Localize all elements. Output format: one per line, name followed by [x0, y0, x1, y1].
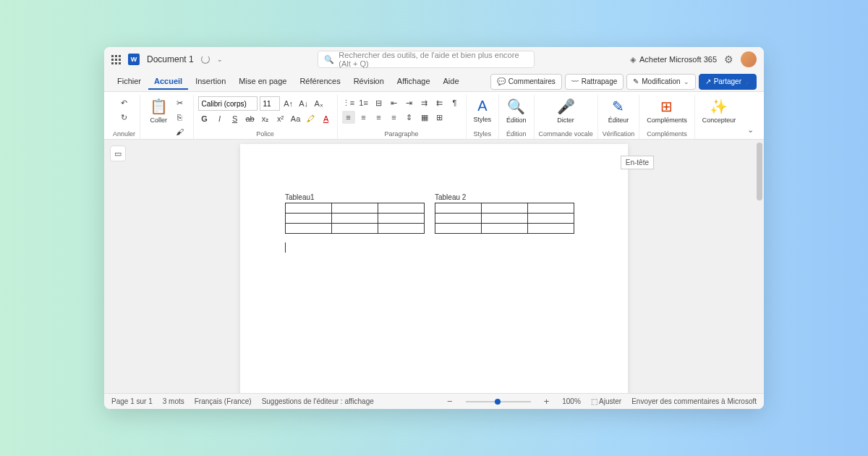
zoom-out-icon[interactable]: − — [444, 396, 456, 407]
superscript-icon[interactable]: x² — [274, 112, 287, 125]
italic-icon[interactable]: I — [213, 112, 226, 125]
save-status-icon[interactable] — [201, 55, 210, 64]
print-layout-toggle[interactable]: ▭ — [110, 145, 126, 161]
align-right-icon[interactable]: ≡ — [373, 111, 386, 124]
numbering-icon[interactable]: 1≡ — [357, 96, 370, 109]
table2[interactable] — [435, 203, 574, 234]
catchup-button[interactable]: 〰Rattrapage — [565, 74, 624, 90]
dictate-group: 🎤Dicter Commande vocale — [535, 95, 598, 139]
diamond-icon: ◈ — [630, 55, 636, 64]
outdent-icon[interactable]: ⇤ — [388, 96, 401, 109]
grow-font-icon[interactable]: A↑ — [282, 97, 295, 110]
format-painter-icon[interactable]: 🖌 — [174, 125, 187, 138]
word-count[interactable]: 3 mots — [163, 397, 184, 405]
highlight-icon[interactable]: 🖍 — [305, 112, 318, 125]
scroll-thumb[interactable] — [757, 143, 762, 200]
vertical-scrollbar[interactable] — [755, 140, 764, 393]
search-icon: 🔍 — [324, 55, 334, 64]
tab-insertion[interactable]: Insertion — [190, 74, 231, 90]
tab-aide[interactable]: Aide — [438, 74, 465, 90]
editor-button[interactable]: ✎Éditeur — [605, 96, 632, 125]
clipboard-group: 📋 Coller ✂ ⎘ 🖌 Presse-papiers — [140, 95, 194, 139]
editor-icon: ✎ — [612, 98, 624, 115]
user-avatar[interactable] — [741, 51, 757, 67]
page-indicator[interactable]: Page 1 sur 1 — [111, 397, 153, 405]
font-name-select[interactable] — [198, 96, 258, 111]
shading-icon[interactable]: ▦ — [418, 111, 431, 124]
line-spacing-icon[interactable]: ⇕ — [403, 111, 416, 124]
editor-group: ✎Éditeur Vérification — [598, 95, 640, 139]
strike-icon[interactable]: ab — [244, 112, 257, 125]
indent-icon[interactable]: ⇥ — [403, 96, 416, 109]
fit-button[interactable]: ⬚ Ajuster — [591, 397, 621, 405]
edition-group: 🔍Édition Édition — [499, 95, 535, 139]
document-page[interactable]: En-tête Tableau1 Tableau 2 — [240, 144, 628, 393]
underline-icon[interactable]: S — [229, 112, 242, 125]
clipboard-icon: 📋 — [150, 98, 168, 115]
app-launcher-icon[interactable] — [111, 55, 121, 64]
chevron-down-icon[interactable]: ⌄ — [217, 56, 223, 63]
addins-icon: ⊞ — [660, 98, 673, 115]
zoom-slider[interactable] — [466, 401, 531, 402]
find-button[interactable]: 🔍Édition — [503, 96, 529, 125]
undo-group: ↶ ↻ Annuler — [109, 95, 140, 139]
zoom-level[interactable]: 100% — [562, 397, 581, 405]
tab-accueil[interactable]: Accueil — [148, 74, 188, 90]
align-center-icon[interactable]: ≡ — [357, 111, 370, 124]
font-color-icon[interactable]: A — [320, 112, 333, 125]
multilevel-icon[interactable]: ⊟ — [373, 96, 386, 109]
paste-button[interactable]: 📋 Coller — [147, 96, 171, 125]
tab-révision[interactable]: Révision — [348, 74, 390, 90]
settings-icon[interactable]: ⚙ — [724, 54, 733, 65]
search-input[interactable]: 🔍 Rechercher des outils, de l'aide et bi… — [318, 51, 535, 68]
editing-mode-button[interactable]: ✎Modification⌄ — [626, 74, 695, 90]
comment-icon: 💬 — [497, 77, 506, 85]
copy-icon[interactable]: ⎘ — [174, 111, 187, 124]
table1[interactable] — [285, 203, 425, 234]
ltr-icon[interactable]: ⇉ — [418, 96, 431, 109]
header-tag[interactable]: En-tête — [621, 156, 654, 169]
shrink-font-icon[interactable]: A↓ — [297, 97, 310, 110]
rtl-icon[interactable]: ⇇ — [433, 96, 446, 109]
feedback-link[interactable]: Envoyer des commentaires à Microsoft — [631, 397, 757, 405]
collapse-ribbon-icon[interactable]: ⌄ — [744, 95, 760, 139]
word-online-app: W Document 1 ⌄ 🔍 Rechercher des outils, … — [104, 47, 764, 409]
wand-icon: ✨ — [710, 98, 728, 115]
bold-icon[interactable]: G — [198, 112, 211, 125]
comments-button[interactable]: 💬Commentaires — [490, 74, 562, 90]
designer-button[interactable]: ✨Concepteur — [699, 96, 739, 125]
editor-suggestions[interactable]: Suggestions de l'éditeur : affichage — [262, 397, 374, 405]
case-icon[interactable]: Aa — [289, 112, 302, 125]
paragraph-group: ⋮≡ 1≡ ⊟ ⇤ ⇥ ⇉ ⇇ ¶ ≡ ≡ ≡ ≡ ⇕ ▦ ⊞ — [338, 95, 467, 139]
magnifier-icon: 🔍 — [507, 98, 525, 115]
word-icon: W — [128, 54, 140, 65]
cut-icon[interactable]: ✂ — [174, 96, 187, 109]
subscript-icon[interactable]: x₂ — [259, 112, 272, 125]
titlebar: W Document 1 ⌄ 🔍 Rechercher des outils, … — [104, 47, 764, 72]
redo-icon[interactable]: ↻ — [118, 111, 131, 124]
buy-m365-button[interactable]: ◈ Acheter Microsoft 365 — [630, 55, 717, 64]
justify-icon[interactable]: ≡ — [388, 111, 401, 124]
tab-fichier[interactable]: Fichier — [111, 74, 147, 90]
search-placeholder: Rechercher des outils, de l'aide et bien… — [339, 51, 528, 68]
font-size-select[interactable] — [260, 96, 280, 111]
tables-wrap: Tableau1 Tableau 2 — [285, 193, 574, 234]
styles-icon: A — [477, 98, 487, 114]
tab-références[interactable]: Références — [294, 74, 346, 90]
bullets-icon[interactable]: ⋮≡ — [342, 96, 355, 109]
share-button[interactable]: ↗Partager⌄ — [699, 74, 757, 90]
clear-format-icon[interactable]: Aₓ — [312, 97, 326, 110]
tab-affichage[interactable]: Affichage — [391, 74, 436, 90]
zoom-in-icon[interactable]: + — [541, 396, 553, 407]
undo-icon[interactable]: ↶ — [118, 96, 131, 109]
addins-button[interactable]: ⊞Compléments — [644, 96, 690, 125]
borders-icon[interactable]: ⊞ — [433, 111, 446, 124]
language-indicator[interactable]: Français (France) — [195, 397, 252, 405]
dictate-button[interactable]: 🎤Dicter — [554, 96, 578, 125]
pilcrow-icon[interactable]: ¶ — [448, 96, 461, 109]
align-left-icon[interactable]: ≡ — [342, 111, 355, 124]
document-name[interactable]: Document 1 — [147, 54, 194, 64]
styles-button[interactable]: AStyles — [471, 96, 495, 124]
designer-group: ✨Concepteur — [695, 95, 744, 139]
tab-mise-en-page[interactable]: Mise en page — [233, 74, 292, 90]
